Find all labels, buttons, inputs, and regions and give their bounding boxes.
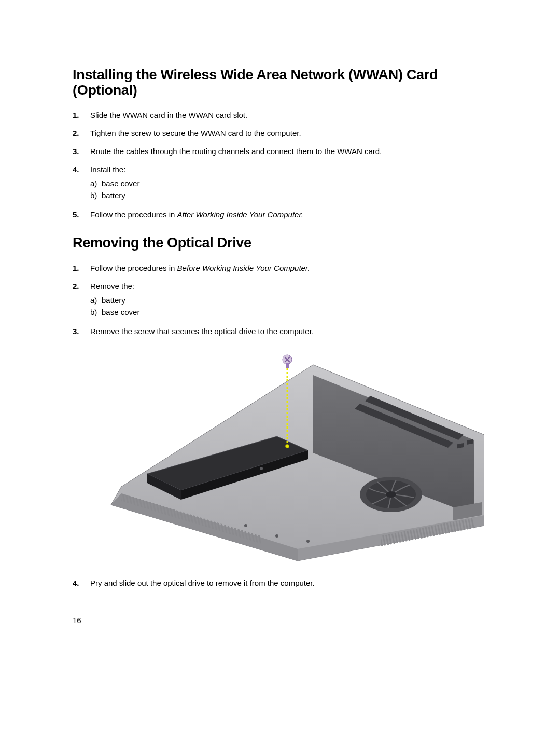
svg-point-25 xyxy=(286,445,289,448)
sublist-text: battery xyxy=(102,295,125,306)
sublist-label: a) xyxy=(90,295,102,306)
list-text-italic: After Working Inside Your Computer. xyxy=(177,210,303,219)
list-body: Install the: a) base cover b) battery xyxy=(90,164,487,202)
section2-heading: Removing the Optical Drive xyxy=(73,236,487,251)
list-text: Tighten the screw to secure the WWAN car… xyxy=(90,128,487,139)
list-text: Remove the screw that secures the optica… xyxy=(90,326,487,337)
sublist-text: base cover xyxy=(102,178,139,189)
list-item: 4. Pry and slide out the optical drive t… xyxy=(73,577,487,588)
list-text: Pry and slide out the optical drive to r… xyxy=(90,577,487,588)
list-item: 2. Tighten the screw to secure the WWAN … xyxy=(73,128,487,139)
list-text: Slide the WWAN card in the WWAN card slo… xyxy=(90,109,487,120)
list-text: Route the cables through the routing cha… xyxy=(90,146,487,157)
laptop-internals-illustration xyxy=(90,344,484,562)
list-number: 2. xyxy=(73,128,90,139)
list-text: Remove the: xyxy=(90,282,134,291)
list-body: Follow the procedures in Before Working … xyxy=(90,263,487,273)
list-item: 5. Follow the procedures in After Workin… xyxy=(73,209,487,220)
list-number: 5. xyxy=(73,209,90,220)
section2-list-b: 4. Pry and slide out the optical drive t… xyxy=(73,577,487,588)
sublist-item: a) base cover xyxy=(90,178,487,189)
list-number: 1. xyxy=(73,109,90,120)
sublist-item: b) base cover xyxy=(90,307,487,318)
svg-point-20 xyxy=(275,534,278,538)
list-number: 3. xyxy=(73,146,90,157)
section2-list-a: 1. Follow the procedures in Before Worki… xyxy=(73,263,487,337)
svg-rect-24 xyxy=(286,363,289,368)
list-number: 3. xyxy=(73,326,90,337)
optical-drive-figure xyxy=(90,344,484,562)
list-item: 4. Install the: a) base cover b) battery xyxy=(73,164,487,202)
sublist-item: a) battery xyxy=(90,295,487,306)
svg-point-19 xyxy=(244,524,247,527)
svg-point-13 xyxy=(386,491,396,498)
section1-list: 1. Slide the WWAN card in the WWAN card … xyxy=(73,109,487,220)
sublist-text: battery xyxy=(102,190,125,201)
sublist-label: b) xyxy=(90,190,102,201)
sublist-text: base cover xyxy=(102,307,139,318)
list-item: 3. Remove the screw that secures the opt… xyxy=(73,326,487,337)
list-text-pre: Follow the procedures in xyxy=(90,264,177,272)
list-item: 1. Slide the WWAN card in the WWAN card … xyxy=(73,109,487,120)
sublist-label: a) xyxy=(90,178,102,189)
list-item: 2. Remove the: a) battery b) base cover xyxy=(73,281,487,319)
list-number: 4. xyxy=(73,164,90,175)
list-text-pre: Follow the procedures in xyxy=(90,210,177,219)
svg-point-21 xyxy=(306,540,310,543)
sublist-label: b) xyxy=(90,307,102,318)
section1-heading: Installing the Wireless Wide Area Networ… xyxy=(73,67,487,98)
list-number: 1. xyxy=(73,263,90,273)
list-item: 3. Route the cables through the routing … xyxy=(73,146,487,157)
document-page: Installing the Wireless Wide Area Networ… xyxy=(0,0,560,744)
list-text-italic: Before Working Inside Your Computer. xyxy=(177,264,310,272)
list-item: 1. Follow the procedures in Before Worki… xyxy=(73,263,487,273)
list-number: 2. xyxy=(73,281,90,292)
list-number: 4. xyxy=(73,577,90,588)
sublist: a) base cover b) battery xyxy=(90,178,487,201)
sublist: a) battery b) base cover xyxy=(90,295,487,318)
list-text: Install the: xyxy=(90,165,125,174)
svg-point-18 xyxy=(260,467,263,470)
list-body: Remove the: a) battery b) base cover xyxy=(90,281,487,319)
list-body: Follow the procedures in After Working I… xyxy=(90,209,487,220)
page-number: 16 xyxy=(73,616,81,625)
sublist-item: b) battery xyxy=(90,190,487,201)
